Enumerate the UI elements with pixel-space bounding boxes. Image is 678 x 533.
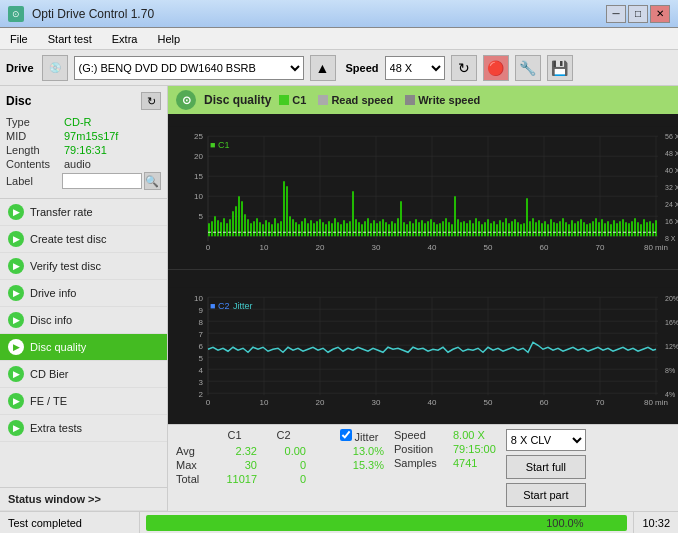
- svg-rect-127: [478, 221, 480, 236]
- svg-rect-50: [247, 219, 249, 236]
- svg-text:4%: 4%: [665, 391, 675, 398]
- sidebar-item-extra-tests[interactable]: ▶ Extra tests: [0, 415, 167, 442]
- svg-rect-132: [493, 221, 495, 236]
- svg-text:30: 30: [372, 398, 381, 407]
- svg-rect-97: [388, 224, 390, 236]
- svg-text:3: 3: [199, 378, 204, 387]
- svg-rect-51: [250, 223, 252, 236]
- svg-rect-53: [256, 218, 258, 236]
- sidebar-item-fe-te[interactable]: ▶ FE / TE: [0, 388, 167, 415]
- svg-rect-93: [376, 223, 378, 236]
- svg-text:2: 2: [199, 390, 204, 399]
- drive-icon-btn[interactable]: 💿: [42, 55, 68, 81]
- charts-wrapper: 25 20 15 10 5 56 X 48 X 40 X 32 X 24 X 1…: [168, 114, 678, 424]
- titlebar: ⊙ Opti Drive Control 1.70 ─ □ ✕: [0, 0, 678, 28]
- menu-start-test[interactable]: Start test: [42, 31, 98, 47]
- tools-button[interactable]: 🔧: [515, 55, 541, 81]
- svg-rect-71: [310, 220, 312, 236]
- jitter-checkbox[interactable]: [340, 429, 352, 441]
- svg-rect-141: [520, 224, 522, 236]
- svg-rect-84: [349, 221, 351, 236]
- refresh-button[interactable]: ↻: [451, 55, 477, 81]
- svg-rect-162: [583, 222, 585, 236]
- svg-text:10: 10: [194, 192, 203, 201]
- label-input[interactable]: [62, 173, 142, 189]
- sidebar-item-disc-quality[interactable]: ▶ Disc quality: [0, 334, 167, 361]
- start-full-button[interactable]: Start full: [506, 455, 586, 479]
- drive-select[interactable]: (G:) BENQ DVD DD DW1640 BSRB: [74, 56, 304, 80]
- svg-rect-155: [562, 218, 564, 236]
- create-test-icon: ▶: [8, 231, 24, 247]
- chart-top: 25 20 15 10 5 56 X 48 X 40 X 32 X 24 X 1…: [168, 114, 678, 270]
- status-window-label: Status window >>: [8, 493, 101, 505]
- clv-select[interactable]: 8 X CLV: [506, 429, 586, 451]
- svg-rect-170: [607, 221, 609, 236]
- disc-refresh-button[interactable]: ↻: [141, 92, 161, 110]
- disc-title: Disc: [6, 94, 31, 108]
- sidebar-item-verify-test-disc[interactable]: ▶ Verify test disc: [0, 253, 167, 280]
- svg-rect-102: [403, 222, 405, 236]
- menu-help[interactable]: Help: [151, 31, 186, 47]
- disc-quality-label: Disc quality: [30, 341, 86, 353]
- menu-file[interactable]: File: [4, 31, 34, 47]
- svg-rect-0: [168, 126, 678, 256]
- start-part-button[interactable]: Start part: [506, 483, 586, 507]
- position-label: Position: [394, 443, 449, 455]
- svg-rect-154: [559, 221, 561, 236]
- mid-value: 97m15s17f: [64, 130, 118, 142]
- settings-button[interactable]: 🔴: [483, 55, 509, 81]
- speed-stats: Speed 8.00 X Position 79:15:00 Samples 4…: [394, 429, 496, 469]
- svg-rect-115: [442, 221, 444, 236]
- svg-rect-95: [382, 219, 384, 236]
- svg-rect-96: [385, 222, 387, 236]
- progress-label: 100.0%: [546, 517, 583, 529]
- menu-extra[interactable]: Extra: [106, 31, 144, 47]
- contents-label: Contents: [6, 158, 64, 170]
- sidebar-item-drive-info[interactable]: ▶ Drive info: [0, 280, 167, 307]
- svg-rect-91: [370, 223, 372, 236]
- svg-rect-87: [358, 222, 360, 236]
- stats-table: C1 C2 Jitter Avg 2.32 0.00 13.0%: [176, 429, 384, 485]
- svg-rect-42: [223, 218, 225, 236]
- length-value: 79:16:31: [64, 144, 107, 156]
- svg-rect-74: [319, 219, 321, 236]
- svg-rect-149: [544, 221, 546, 236]
- status-window-button[interactable]: Status window >>: [0, 487, 167, 511]
- minimize-button[interactable]: ─: [606, 5, 626, 23]
- svg-text:30: 30: [372, 243, 381, 252]
- svg-rect-92: [373, 220, 375, 236]
- svg-rect-126: [475, 218, 477, 236]
- svg-text:0: 0: [206, 243, 211, 252]
- svg-rect-124: [469, 220, 471, 236]
- progress-area: 100.0%: [140, 512, 633, 533]
- svg-rect-181: [640, 224, 642, 236]
- svg-rect-159: [574, 223, 576, 236]
- sidebar-item-create-test-disc[interactable]: ▶ Create test disc: [0, 226, 167, 253]
- speed-select[interactable]: 48 X 40 X 32 X 24 X 16 X 8 X: [385, 56, 445, 80]
- save-button[interactable]: 💾: [547, 55, 573, 81]
- close-button[interactable]: ✕: [650, 5, 670, 23]
- sidebar-item-transfer-rate[interactable]: ▶ Transfer rate: [0, 199, 167, 226]
- sidebar-item-disc-info[interactable]: ▶ Disc info: [0, 307, 167, 334]
- svg-rect-144: [529, 221, 531, 236]
- svg-rect-81: [340, 224, 342, 236]
- svg-rect-142: [523, 223, 525, 236]
- extra-tests-label: Extra tests: [30, 422, 82, 434]
- maximize-button[interactable]: □: [628, 5, 648, 23]
- svg-text:80 min: 80 min: [644, 398, 668, 407]
- svg-text:40 X: 40 X: [665, 167, 678, 174]
- svg-rect-58: [271, 224, 273, 236]
- mid-label: MID: [6, 130, 64, 142]
- svg-rect-64: [289, 216, 291, 236]
- eject-button[interactable]: ▲: [310, 55, 336, 81]
- svg-rect-131: [490, 223, 492, 236]
- svg-rect-65: [292, 219, 294, 236]
- max-c1: 30: [212, 459, 257, 471]
- window-title: Opti Drive Control 1.70: [32, 7, 154, 21]
- svg-rect-109: [424, 223, 426, 236]
- label-search-button[interactable]: 🔍: [144, 172, 161, 190]
- sidebar-item-cd-bier[interactable]: ▶ CD Bier: [0, 361, 167, 388]
- disc-quality-icon: ▶: [8, 339, 24, 355]
- legend: C1 Read speed Write speed: [279, 94, 480, 106]
- legend-read-speed: Read speed: [318, 94, 393, 106]
